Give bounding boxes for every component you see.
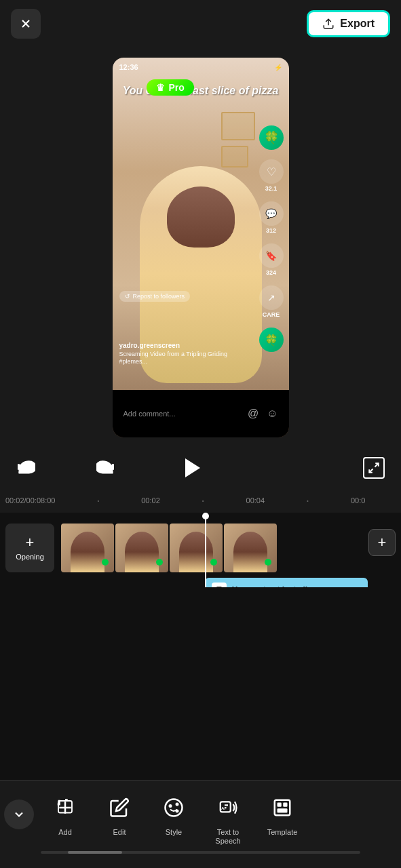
add-comment-placeholder[interactable]: Add comment... [123, 410, 242, 418]
phone-frame: 12:36 ⚡ ♛ Pro You cant eat last slice of… [113, 58, 289, 437]
edit-icon-bg [103, 791, 136, 824]
ruler-dot-2: • [202, 498, 204, 504]
share-icon-item: ↗ CARE [259, 285, 284, 318]
repost-label: Repost to followers [133, 293, 185, 300]
face-area [167, 186, 235, 248]
opening-plus-icon: + [26, 535, 35, 550]
thumb-person-4 [233, 532, 267, 572]
video-strip[interactable] [61, 524, 367, 572]
svg-text:AI: AI [221, 806, 226, 810]
video-thumb-1 [61, 524, 114, 572]
close-button[interactable] [11, 9, 41, 39]
marker-1: 00:02 [141, 496, 160, 505]
toolbar-scrollbar [41, 851, 360, 854]
collapse-circle [4, 800, 34, 829]
bottom-icons: @ ☺ [248, 408, 278, 420]
opening-label: Opening [16, 553, 44, 561]
fullscreen-button[interactable] [363, 457, 385, 479]
redo-button[interactable] [96, 458, 115, 477]
toolbar-item-template[interactable]: Template [255, 791, 309, 836]
repost-badge: ↺ Repost to followers [119, 291, 191, 302]
comment-icon-item: 💬 312 [259, 201, 284, 234]
tiktok-background: ♛ Pro You cant eat last slice of pizza 🍀 [113, 58, 289, 437]
tiktok-bookmark-icon: 🔖 [259, 243, 284, 268]
emoji-icon[interactable]: ☺ [267, 408, 278, 420]
video-description: Screaming Video from a Tripling Griding … [119, 351, 255, 366]
marker-3: 00:0 [351, 496, 365, 505]
comment-count: 312 [266, 227, 276, 234]
export-button[interactable]: Export [307, 10, 390, 37]
heart-icon-item: ♡ 32.1 [259, 159, 284, 192]
timeline-ruler: 00:02/00:08 :00 • 00:02 • 00:04 • 00:0 [0, 488, 401, 513]
caption-t-icon: T [212, 583, 227, 587]
video-overlay-text: You cant eat last slice of pizza [119, 85, 282, 97]
tiktok-comment-icon: 💬 [259, 201, 284, 226]
toolbar-item-style[interactable]: Style [147, 791, 201, 836]
bookmark-count: 324 [266, 269, 276, 276]
toolbar-item-tts[interactable]: AI Text toSpeech [201, 791, 255, 846]
tts-label: Text toSpeech [215, 828, 240, 846]
extra-zero: :00 [45, 496, 55, 505]
svg-point-9 [169, 804, 172, 808]
time-display: 00:02/00:08 :00 [5, 496, 55, 505]
tiktok-heart-icon: ♡ [259, 159, 284, 184]
caption-track[interactable]: T You cant eat last slice [205, 578, 368, 587]
bottom-toolbar: Add Edit Style [0, 780, 401, 868]
toolbar-items: Add Edit Style [0, 781, 401, 848]
template-label: Template [267, 828, 298, 836]
play-triangle-icon [185, 458, 200, 477]
caption-text: You cant eat last slice [232, 585, 317, 587]
tts-icon-bg: AI [212, 791, 244, 824]
svg-rect-15 [278, 803, 282, 807]
tiktok-bottom-bar: Add comment... @ ☺ [113, 390, 289, 437]
collapse-button[interactable] [0, 791, 38, 829]
template-icon-bg [266, 791, 299, 824]
play-button[interactable] [176, 452, 209, 484]
playhead [205, 513, 206, 587]
picture-frame-large [221, 112, 255, 140]
toolbar-item-add[interactable]: Add [38, 791, 92, 836]
picture-frame-small [221, 146, 248, 167]
add-icon-bg [49, 791, 81, 824]
svg-point-10 [176, 803, 179, 806]
opening-block[interactable]: + Opening [5, 524, 54, 572]
add-clip-button[interactable]: + [368, 529, 396, 556]
timeline-track-area: + Opening + T You cant eat last slice [0, 513, 401, 587]
profile-icon-item: 🍀 [259, 125, 284, 150]
username: yadro.greenscreen [119, 342, 180, 349]
toolbar-scrollbar-thumb [68, 851, 122, 854]
at-icon[interactable]: @ [248, 408, 259, 420]
playback-controls [0, 448, 401, 488]
video-thumb-4 [224, 524, 277, 572]
tiktok-share-icon: ↗ [259, 285, 284, 310]
svg-rect-17 [278, 808, 288, 812]
style-icon-bg [157, 791, 190, 824]
thumb-person-3 [179, 532, 213, 572]
phone-status-bar: 12:36 ⚡ [113, 58, 289, 77]
add-clip-icon: + [378, 534, 387, 551]
ruler-dot-1: • [97, 498, 99, 504]
edit-label: Edit [113, 828, 126, 836]
status-time: 12:36 [119, 63, 138, 71]
total-time: 00:08 [26, 496, 45, 505]
music-icon-item: 🍀 [259, 328, 284, 352]
pro-label: Pro [169, 82, 185, 93]
style-label: Style [166, 828, 182, 836]
ruler-dot-3: • [307, 498, 309, 504]
repost-icon: ↺ [125, 293, 130, 300]
undo-button[interactable] [16, 458, 35, 477]
svg-rect-14 [275, 800, 290, 816]
heart-count: 32.1 [265, 185, 278, 192]
tiktok-right-icons: 🍀 ♡ 32.1 💬 312 🔖 [259, 125, 284, 352]
pro-badge[interactable]: ♛ Pro [147, 79, 194, 96]
toolbar-item-edit[interactable]: Edit [92, 791, 147, 836]
add-label: Add [58, 828, 72, 836]
export-label: Export [340, 18, 375, 30]
current-time: 00:02 [5, 496, 24, 505]
video-thumb-3 [170, 524, 223, 572]
crown-icon: ♛ [156, 82, 165, 93]
share-count: CARE [263, 311, 280, 318]
bookmark-icon-item: 🔖 324 [259, 243, 284, 276]
status-icons: ⚡ [274, 64, 282, 71]
marker-2: 00:04 [246, 496, 265, 505]
